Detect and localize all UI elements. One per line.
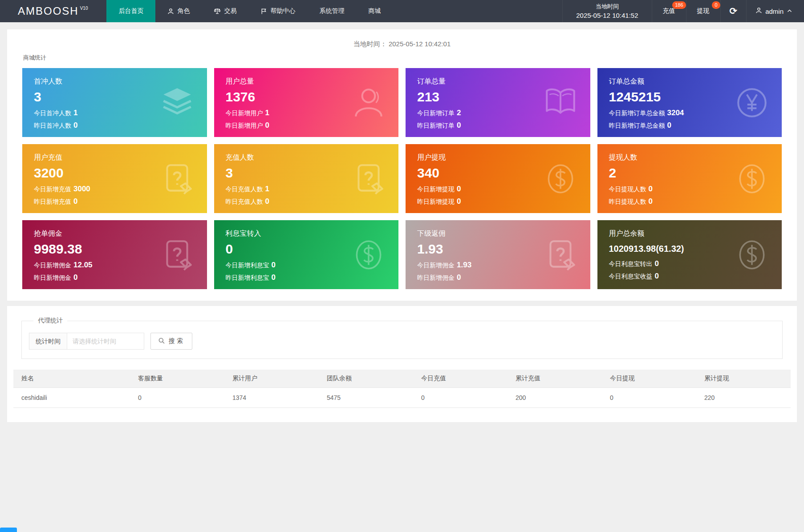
stats-panel: 当地时间： 2025-05-12 10:42:01 商城统计 首冲人数3今日首冲… [7,29,797,301]
stat-card-8: 提现人数2今日提现人数0昨日提现人数0 [597,144,782,213]
table-cell: 0 [130,388,224,408]
nav-item-label: 交易 [224,7,236,15]
stat-card-line-yesterday: 昨日新增佣金0 [34,273,195,282]
dollar-icon [734,237,770,273]
nav-item-roles[interactable]: 角色 [155,0,202,22]
table-cell: 0 [602,388,696,408]
stat-card-6: 充值人数3今日充值人数1昨日充值人数0 [214,144,399,213]
withdraw-badge: 0 [712,1,720,9]
nav-item-mall[interactable]: 商城 [356,0,393,22]
content-time-label: 当地时间： [353,40,387,48]
nav-item-label: 系统管理 [319,7,344,15]
column-header: 今日提现 [602,370,696,388]
layers-icon [159,85,195,121]
stat-card-line-yesterday: 昨日新增提现0 [417,197,579,206]
scales-icon [214,8,221,15]
nav-item-help-center[interactable]: 帮助中心 [248,0,307,22]
nav-item-label: 角色 [177,7,190,15]
agent-table-body: ceshidaili01374547502000220 [13,388,791,408]
user-menu[interactable]: admin [746,0,804,22]
doc-question-icon [159,161,195,197]
bottom-left-accent [0,528,17,532]
mall-stats-title: 商城统计 [23,54,782,62]
stat-card-line-yesterday: 昨日新增订单总金额0 [609,121,771,130]
doc-question-icon [542,237,579,273]
withdraw-label: 提现 [697,7,710,15]
flag-icon [260,8,267,15]
table-cell: 220 [696,388,791,408]
navbar-local-time: 当地时间 2025-05-12 10:41:52 [562,0,651,22]
nav-item-dashboard[interactable]: 后台首页 [106,0,155,22]
stat-card-4: 订单总金额1245215今日新增订单总金额3204昨日新增订单总金额0 [597,68,782,137]
stat-card-line-yesterday: 昨日新增利息宝0 [226,273,387,282]
withdraw-link[interactable]: 提现 0 [686,0,720,22]
table-cell: 1374 [224,388,319,408]
column-header: 今日充值 [413,370,508,388]
stat-card-line-yesterday: 昨日新增充值0 [34,197,195,206]
recharge-link[interactable]: 充值 186 [652,0,686,22]
stat-time-label: 统计时间 [29,333,67,350]
person-icon [167,8,174,15]
agent-table-header-row: 姓名客服数量累计用户团队余额今日充值累计充值今日提现累计提现 [13,370,791,388]
dollar-icon [350,237,387,273]
nav-right: 当地时间 2025-05-12 10:41:52 充值 186 提现 0 ⟳ a… [562,0,804,22]
column-header: 累计充值 [508,370,602,388]
stat-card-line-yesterday: 昨日首冲人数0 [34,121,195,130]
app-logo-text: AMBOOSH [18,5,79,17]
agent-stats-title: 代理统计 [33,317,67,325]
username: admin [765,8,784,15]
column-header: 累计提现 [696,370,791,388]
search-button-label: 搜索 [169,337,185,345]
stat-card-line-yesterday: 今日利息宝收益0 [609,272,771,281]
person-icon [755,7,762,15]
table-cell: 0 [413,388,508,408]
local-time-value: 2025-05-12 10:41:52 [576,11,638,20]
nav-item-label: 后台首页 [118,7,143,15]
stats-grid: 首冲人数3今日首冲人数1昨日首冲人数0用户总量1376今日新增用户1昨日新增用户… [22,68,782,289]
dollar-icon [734,161,770,197]
refresh-icon[interactable]: ⟳ [720,0,747,22]
yen-icon [734,85,770,121]
table-cell: 200 [508,388,602,408]
doc-question-icon [159,237,195,273]
stat-card-10: 利息宝转入0今日新增利息宝0昨日新增利息宝0 [214,220,399,289]
agent-table: 姓名客服数量累计用户团队余额今日充值累计充值今日提现累计提现 ceshidail… [13,370,791,408]
agent-panel: 代理统计 统计时间 搜索 姓名客服数量累计用户团队余额今日充值累计充值今日提现累… [7,306,797,422]
stat-card-5: 用户充值3200今日新增充值3000昨日新增充值0 [22,144,207,213]
column-header: 团队余额 [319,370,413,388]
page: AMBOOSHV10 后台首页 角色 交易 [0,0,804,532]
local-time-label: 当地时间 [596,2,619,11]
caret-up-icon [787,8,792,15]
stat-card-line-yesterday: 昨日提现人数0 [609,197,771,206]
nav-item-label: 帮助中心 [270,7,295,15]
stat-card-11: 下级返佣1.93今日新增佣金1.93昨日新增佣金0 [406,220,590,289]
search-icon [158,337,165,346]
agent-fieldset: 代理统计 统计时间 搜索 [21,317,783,359]
column-header: 姓名 [13,370,130,388]
nav-item-system[interactable]: 系统管理 [307,0,356,22]
stat-card-line-yesterday: 昨日新增订单0 [417,121,579,130]
stat-card-line-yesterday: 昨日新增用户0 [226,121,387,130]
stat-card-1: 首冲人数3今日首冲人数1昨日首冲人数0 [22,68,207,137]
stat-card-line-yesterday: 昨日新增佣金0 [417,273,579,282]
table-row: ceshidaili01374547502000220 [13,388,791,408]
stat-card-2: 用户总量1376今日新增用户1昨日新增用户0 [214,68,399,137]
stat-card-3: 订单总量213今日新增订单2昨日新增订单0 [406,68,590,137]
refresh-glyph: ⟳ [730,6,738,16]
search-button[interactable]: 搜索 [150,333,192,350]
column-header: 客服数量 [130,370,224,388]
table-cell: ceshidaili [13,388,130,408]
app-logo-version: V10 [80,6,88,11]
book-icon [542,85,579,121]
stat-card-9: 抢单佣金9989.38今日新增佣金12.05昨日新增佣金0 [22,220,207,289]
user-icon [350,85,387,121]
table-cell: 5475 [319,388,413,408]
agent-filter-row: 统计时间 搜索 [29,333,775,350]
app-logo: AMBOOSHV10 [0,0,106,22]
nav-item-trade[interactable]: 交易 [202,0,248,22]
recharge-label: 充值 [663,7,675,15]
stat-time-input[interactable] [67,333,144,350]
stat-card-12: 用户总余额1020913.98(61.32)今日利息宝转出0今日利息宝收益0 [597,220,782,289]
navbar: AMBOOSHV10 后台首页 角色 交易 [0,0,804,22]
doc-question-icon [350,161,387,197]
